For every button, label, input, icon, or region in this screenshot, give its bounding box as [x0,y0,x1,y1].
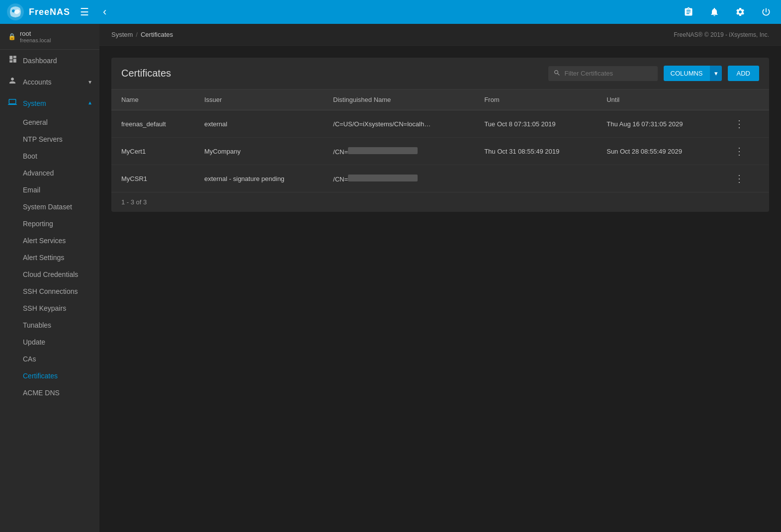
columns-button[interactable]: COLUMNS [664,66,710,81]
cell-until: Sun Oct 28 08:55:49 2029 [597,138,720,165]
sidebar-item-dashboard[interactable]: Dashboard [0,50,99,71]
sidebar-item-accounts-label: Accounts [23,78,52,86]
col-header-issuer: Issuer [194,89,323,110]
sidebar-sub-item-email[interactable]: Email [0,181,99,198]
cell-dn: /CN= [323,138,474,165]
bell-icon[interactable] [705,5,723,19]
system-chevron-icon: ▾ [88,100,91,107]
cell-dn: /C=US/O=iXsystems/CN=localh… [323,110,474,138]
accounts-chevron-icon: ▾ [88,79,91,86]
power-icon[interactable] [757,5,775,19]
cell-until: Thu Aug 16 07:31:05 2029 [597,110,720,138]
sidebar-system-subitems: GeneralNTP ServersBootAdvancedEmailSyste… [0,114,99,401]
row-menu-button[interactable]: ⋮ [730,144,748,158]
cell-issuer: MyCompany [194,138,323,165]
breadcrumb: System / Certificates FreeNAS® © 2019 - … [99,24,781,46]
sidebar-sub-item-certificates[interactable]: Certificates [0,367,99,384]
col-header-actions [720,89,769,110]
table-row: MyCert1MyCompany/CN=Thu Oct 31 08:55:49 … [111,138,769,165]
breadcrumb-system[interactable]: System [111,31,133,38]
sidebar-sub-item-alert-settings[interactable]: Alert Settings [0,249,99,266]
table-row: freenas_defaultexternal/C=US/O=iXsystems… [111,110,769,138]
search-box [548,66,658,81]
certificates-card: Certificates COLUMNS ▾ ADD [111,58,769,212]
cell-issuer: external [194,110,323,138]
sidebar-sub-item-ssh-keypairs[interactable]: SSH Keypairs [0,300,99,317]
cell-issuer: external - signature pending [194,165,323,192]
cell-from: Tue Oct 8 07:31:05 2019 [474,110,597,138]
certificates-table: NameIssuerDistinguished NameFromUntil fr… [111,89,769,192]
table-wrap: NameIssuerDistinguished NameFromUntil fr… [111,89,769,192]
sidebar-sub-item-boot[interactable]: Boot [0,148,99,165]
table-header: NameIssuerDistinguished NameFromUntil [111,89,769,110]
breadcrumb-separator: / [136,31,138,38]
sidebar: 🔒 root freenas.local Dashboard Accounts … [0,24,99,532]
search-icon [553,69,561,78]
sidebar-sub-item-ssh-connections[interactable]: SSH Connections [0,283,99,300]
cell-actions: ⋮ [720,138,769,165]
cell-from: Thu Oct 31 08:55:49 2019 [474,138,597,165]
filter-input[interactable] [565,70,653,77]
cell-name: MyCSR1 [111,165,194,192]
sidebar-item-system-label: System [23,99,46,107]
username: root [20,30,51,37]
dashboard-icon [8,55,18,66]
topnav: FreeNAS ☰ ‹ [0,0,781,24]
cell-actions: ⋮ [720,110,769,138]
card-header: Certificates COLUMNS ▾ ADD [111,58,769,89]
table-count: 1 - 3 of 3 [121,198,147,206]
system-icon [8,97,18,109]
sidebar-sub-item-system-dataset[interactable]: System Dataset [0,198,99,215]
sidebar-sub-item-alert-services[interactable]: Alert Services [0,232,99,249]
breadcrumb-current: Certificates [141,31,173,38]
sidebar-sub-item-tunables[interactable]: Tunables [0,317,99,334]
brand-name: FreeNAS [29,7,70,17]
freenas-logo-icon [6,3,25,21]
topnav-logo: FreeNAS [6,3,70,21]
cell-from [474,165,597,192]
table-footer: 1 - 3 of 3 [111,192,769,212]
topnav-right [680,5,775,19]
sidebar-sub-item-cas[interactable]: CAs [0,351,99,367]
col-header-distinguished_name: Distinguished Name [323,89,474,110]
settings-icon[interactable] [731,5,749,19]
col-header-name: Name [111,89,194,110]
content-area: System / Certificates FreeNAS® © 2019 - … [99,24,781,532]
table-header-row: NameIssuerDistinguished NameFromUntil [111,89,769,110]
sidebar-sub-item-acme-dns[interactable]: ACME DNS [0,384,99,401]
back-icon[interactable]: ‹ [99,3,110,20]
card-title: Certificates [121,68,171,79]
columns-dropdown-arrow[interactable]: ▾ [710,66,722,81]
cell-actions: ⋮ [720,165,769,192]
brand-text: FreeNAS® © 2019 - iXsystems, Inc. [674,31,769,38]
sidebar-sub-item-reporting[interactable]: Reporting [0,215,99,232]
page-content: Certificates COLUMNS ▾ ADD [99,46,781,532]
cell-name: MyCert1 [111,138,194,165]
sidebar-sub-item-cloud-credentials[interactable]: Cloud Credentials [0,266,99,283]
cell-dn: /CN= [323,165,474,192]
hamburger-menu-icon[interactable]: ☰ [76,4,93,20]
sidebar-sub-item-update[interactable]: Update [0,334,99,351]
table-body: freenas_defaultexternal/C=US/O=iXsystems… [111,110,769,192]
accounts-icon [8,76,18,88]
card-actions: COLUMNS ▾ ADD [548,66,759,81]
sidebar-item-dashboard-label: Dashboard [23,57,57,65]
main-layout: 🔒 root freenas.local Dashboard Accounts … [0,24,781,532]
cell-until [597,165,720,192]
sidebar-sub-item-general[interactable]: General [0,114,99,131]
sidebar-user: 🔒 root freenas.local [0,24,99,50]
sidebar-item-system[interactable]: System ▾ [0,92,99,114]
cell-name: freenas_default [111,110,194,138]
sidebar-sub-item-advanced[interactable]: Advanced [0,165,99,181]
add-button[interactable]: ADD [728,66,759,81]
col-header-until: Until [597,89,720,110]
columns-button-group: COLUMNS ▾ [664,66,722,81]
row-menu-button[interactable]: ⋮ [730,117,748,131]
breadcrumb-path: System / Certificates [111,31,173,38]
sidebar-item-accounts[interactable]: Accounts ▾ [0,71,99,92]
topnav-left: FreeNAS ☰ ‹ [6,3,110,21]
table-row: MyCSR1external - signature pending/CN=⋮ [111,165,769,192]
clipboard-icon[interactable] [680,5,697,19]
row-menu-button[interactable]: ⋮ [730,172,748,185]
sidebar-sub-item-ntp[interactable]: NTP Servers [0,131,99,148]
